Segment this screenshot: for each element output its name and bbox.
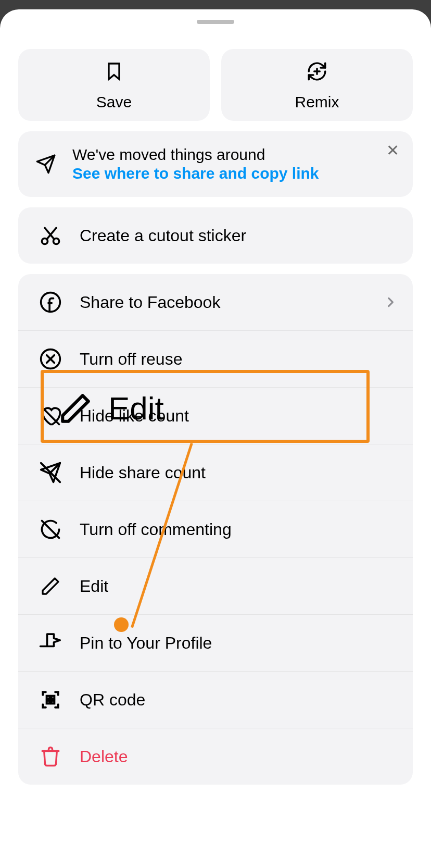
turn-off-reuse-label: Turn off reuse [80, 350, 397, 369]
svg-line-5 [45, 228, 54, 239]
circle-x-icon [38, 346, 63, 371]
remix-label: Remix [295, 93, 339, 111]
svg-line-4 [47, 228, 56, 239]
sheet-content: Save Remix [0, 49, 431, 785]
hide-like-count-label: Hide like count [80, 406, 397, 426]
svg-rect-17 [52, 701, 55, 704]
sheet-grabber[interactable] [197, 20, 234, 24]
chevron-right-icon [384, 295, 397, 309]
top-buttons-row: Save Remix [18, 49, 413, 121]
save-label: Save [96, 93, 132, 111]
svg-rect-15 [52, 696, 55, 699]
share-to-facebook-button[interactable]: Share to Facebook [18, 274, 413, 331]
hide-like-count-button[interactable]: Hide like count [18, 388, 413, 444]
annotation-dot [114, 617, 129, 632]
edit-button[interactable]: Edit [18, 558, 413, 615]
remix-icon [305, 59, 329, 84]
pin-icon [38, 630, 63, 655]
svg-rect-16 [47, 701, 50, 704]
info-texts: We've moved things around See where to s… [72, 146, 397, 182]
pin-label: Pin to Your Profile [80, 634, 397, 653]
share-icon [34, 152, 58, 176]
bookmark-icon [102, 59, 126, 84]
close-icon[interactable]: ✕ [386, 143, 399, 158]
cutout-card: Create a cutout sticker [18, 207, 413, 264]
hide-share-count-button[interactable]: Hide share count [18, 444, 413, 501]
svg-rect-14 [47, 696, 50, 699]
share-facebook-label: Share to Facebook [80, 293, 384, 312]
delete-label: Delete [80, 747, 397, 766]
turn-off-commenting-label: Turn off commenting [80, 520, 397, 539]
share-off-icon [38, 460, 63, 485]
remix-button[interactable]: Remix [221, 49, 413, 121]
info-title: We've moved things around [72, 146, 397, 164]
turn-off-reuse-button[interactable]: Turn off reuse [18, 331, 413, 388]
trash-icon [38, 744, 63, 769]
qr-code-icon [38, 687, 63, 712]
info-link[interactable]: See where to share and copy link [72, 165, 397, 182]
edit-label: Edit [80, 577, 397, 596]
delete-button[interactable]: Delete [18, 728, 413, 785]
main-menu: Share to Facebook Turn off reuse [18, 274, 413, 785]
comment-off-icon [38, 517, 63, 542]
qr-label: QR code [80, 690, 397, 710]
turn-off-commenting-button[interactable]: Turn off commenting [18, 501, 413, 558]
scissors-icon [38, 223, 63, 248]
info-banner[interactable]: We've moved things around See where to s… [18, 131, 413, 197]
facebook-icon [38, 290, 63, 315]
save-button[interactable]: Save [18, 49, 210, 121]
pencil-icon [38, 574, 63, 599]
hide-share-count-label: Hide share count [80, 463, 397, 482]
create-cutout-sticker-button[interactable]: Create a cutout sticker [18, 207, 413, 264]
cutout-label: Create a cutout sticker [80, 226, 397, 245]
qr-code-button[interactable]: QR code [18, 672, 413, 728]
bottom-sheet: Save Remix [0, 9, 431, 868]
heart-off-icon [38, 403, 63, 428]
pin-to-profile-button[interactable]: Pin to Your Profile [18, 615, 413, 672]
